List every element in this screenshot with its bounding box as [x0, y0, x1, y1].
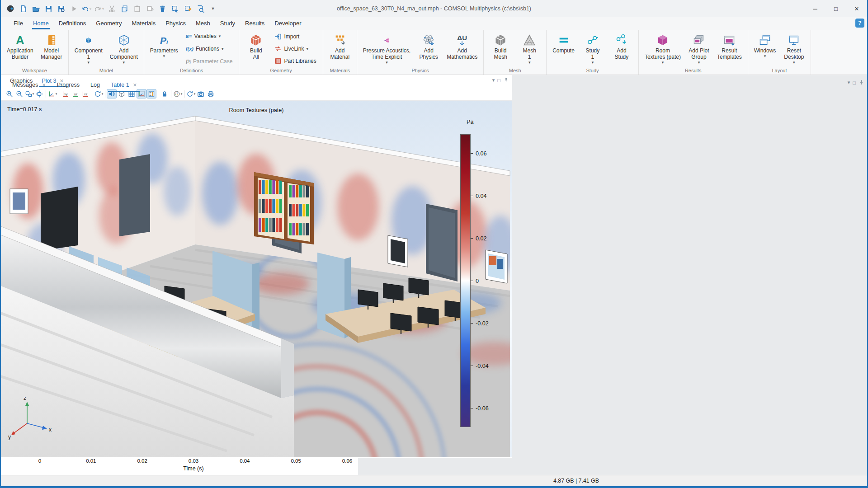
ribbon-room-textures-button[interactable]: RoomTextures (pate)▾: [642, 32, 684, 66]
ribbon-model-manager-button[interactable]: ModelManager: [38, 32, 66, 61]
gfx-camera-button[interactable]: [196, 89, 206, 99]
ribbon-label: Physics: [419, 54, 438, 60]
ribbon-component-button[interactable]: Component1▾: [71, 32, 106, 66]
qa-paste-button[interactable]: [131, 3, 143, 14]
ribbon-parameters-button[interactable]: PiParameters▾: [147, 32, 181, 60]
ribbon-group-label: Model: [71, 67, 141, 75]
ribbon-parameter-case-button[interactable]: PiParameter Case: [184, 58, 235, 65]
ribbon-variables-button[interactable]: a=Variables▾: [184, 33, 235, 40]
ribbon-import-button[interactable]: Import: [273, 33, 318, 41]
gfx-palette-button[interactable]: ▾: [173, 89, 183, 99]
ribbon-build-all-button[interactable]: BuildAll: [242, 32, 270, 61]
tab-progress[interactable]: Progress: [52, 78, 85, 92]
panel-menu-icon[interactable]: ▾: [848, 80, 850, 85]
tab-log[interactable]: Log: [85, 78, 105, 92]
tab-messages[interactable]: Messages✕: [7, 78, 52, 92]
ribbon-label: Windows: [754, 47, 776, 54]
ribbon-result-templates-button[interactable]: ResultTemplates: [714, 32, 745, 61]
colorbar-tick-label: -0.04: [476, 363, 489, 369]
ribbon-add-physics-button[interactable]: AddPhysics: [415, 32, 443, 61]
ribbon-build-mesh-button[interactable]: BuildMesh: [486, 32, 514, 61]
ribbon-part-libraries-button[interactable]: Part Libraries: [273, 57, 318, 65]
panel-pin-icon[interactable]: [859, 80, 864, 85]
ribbon-study-button[interactable]: Study1▾: [579, 32, 607, 66]
parameters-icon: Pi: [160, 36, 168, 45]
ribbon-windows-button[interactable]: Windows▾: [751, 32, 779, 60]
menu-results[interactable]: Results: [241, 18, 269, 29]
menu-materials[interactable]: Materials: [127, 18, 160, 29]
qa-clear-brush-button[interactable]: [182, 3, 193, 14]
colorbar-gradient: [460, 134, 471, 427]
minimize-button[interactable]: ─: [805, 0, 826, 17]
qa-select-box-button[interactable]: [169, 3, 181, 14]
maximize-button[interactable]: □: [826, 0, 846, 17]
panel-float-icon[interactable]: □: [853, 80, 856, 85]
select-box-icon: [171, 5, 179, 13]
qa-cut-button[interactable]: [106, 3, 118, 14]
clear-brush-icon: [184, 5, 192, 13]
ribbon-label: Add: [617, 47, 626, 54]
windows-icon: [759, 34, 771, 47]
qa-delete-button[interactable]: [156, 3, 168, 14]
qa-duplicate-button[interactable]: [144, 3, 156, 14]
ribbon-acoustics-button[interactable]: Pressure Acoustics,Time Explicit▾: [360, 32, 414, 66]
close-button[interactable]: ✕: [846, 0, 867, 17]
dropdown-arrow-icon: ▾: [592, 60, 594, 65]
ribbon-add-study-button[interactable]: AddStudy: [608, 32, 636, 61]
menu-developer[interactable]: Developer: [270, 18, 306, 29]
qa-find-button[interactable]: [194, 3, 206, 14]
panel-float-icon[interactable]: □: [497, 78, 500, 83]
svg-text:0: 0: [38, 458, 41, 464]
menu-geometry[interactable]: Geometry: [91, 18, 126, 29]
ribbon-label: Import: [284, 33, 299, 40]
qa-open-folder-button[interactable]: [30, 3, 42, 14]
menu-mesh[interactable]: Mesh: [191, 18, 215, 29]
panel-pin-icon[interactable]: [503, 77, 509, 83]
ribbon-reset-desktop-button[interactable]: ResetDesktop▾: [780, 32, 808, 66]
gfx-print-button[interactable]: [206, 89, 216, 99]
ribbon-add-component-button[interactable]: AddComponent▾: [107, 32, 141, 66]
ribbon: AApplicationBuilderModelManagerWorkspace…: [1, 30, 867, 75]
tab-table-1[interactable]: Table 1✕: [105, 78, 142, 92]
ribbon-group-definitions: PiParameters▾a=Variables▾f(x)Functions▾P…: [144, 30, 240, 75]
ribbon-livelink-button[interactable]: LiveLink▾: [273, 45, 318, 53]
ribbon-compute-button[interactable]: Compute: [549, 32, 578, 55]
qa-redo-button[interactable]: ˅: [93, 3, 105, 14]
tab-close-icon[interactable]: ✕: [133, 82, 137, 88]
ribbon-functions-button[interactable]: f(x)Functions▾: [184, 45, 235, 52]
menu-file[interactable]: File: [9, 18, 28, 29]
ribbon-label: Material: [330, 54, 349, 60]
mesh-icon: [523, 34, 536, 47]
help-button[interactable]: ?: [855, 19, 864, 28]
ribbon-label: Add: [424, 47, 433, 54]
qa-save-find-button[interactable]: [55, 3, 67, 14]
qa-play-button[interactable]: [68, 3, 80, 14]
qa-copy-button[interactable]: [118, 3, 130, 14]
qa-new-file-button[interactable]: [17, 3, 29, 14]
qa-caret-down-button[interactable]: ▾: [207, 3, 219, 14]
gfx-legend-button[interactable]: [146, 89, 156, 99]
colorbar-tick-label: 0.06: [476, 150, 487, 157]
qa-undo-button[interactable]: ˅: [80, 3, 92, 14]
menu-definitions[interactable]: Definitions: [54, 18, 91, 29]
menu-physics[interactable]: Physics: [161, 18, 190, 29]
qa-save-button[interactable]: [42, 3, 54, 14]
panel-menu-icon[interactable]: ▾: [492, 77, 495, 83]
ribbon-add-mathematics-button[interactable]: ΔUAddMathematics: [443, 32, 481, 61]
ribbon-app-builder-button[interactable]: AApplicationBuilder: [4, 32, 37, 61]
ribbon-mesh-button[interactable]: Mesh1▾: [515, 32, 543, 66]
qa-app-logo-button[interactable]: [5, 3, 16, 14]
ribbon-label: Study: [615, 54, 629, 60]
gfx-update-button[interactable]: ▾: [186, 89, 196, 99]
gfx-lock-button[interactable]: [160, 89, 170, 99]
tab-close-icon[interactable]: ✕: [42, 82, 46, 88]
ribbon-add-material-button[interactable]: AddMaterial: [326, 32, 354, 61]
functions-icon: f(x): [186, 47, 193, 52]
memory-usage: 4.87 GB | 7.41 GB: [553, 478, 599, 484]
graphics-viewport[interactable]: zyx Time=0.017 s Room Textures (pate) Pa…: [1, 101, 512, 457]
menu-home[interactable]: Home: [28, 18, 53, 29]
comsol-window: ˅˅▾ office_space_63_30T0_N4_ma_out.mph -…: [0, 0, 868, 488]
variables-icon: a=: [186, 33, 192, 39]
ribbon-add-plot-group-button[interactable]: Add PlotGroup▾: [685, 32, 713, 66]
menu-study[interactable]: Study: [216, 18, 240, 29]
